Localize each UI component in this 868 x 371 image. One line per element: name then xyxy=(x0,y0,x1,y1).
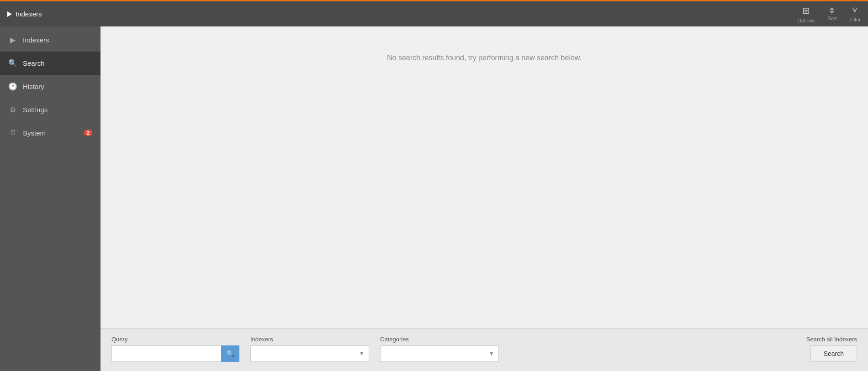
sort-arrows-icon xyxy=(830,7,834,14)
filter-button[interactable]: ⛛ Filter xyxy=(850,5,861,22)
results-area: No search results found, try performing … xyxy=(101,26,868,328)
main-content: No search results found, try performing … xyxy=(101,26,868,371)
indexers-label: Indexers xyxy=(250,336,369,343)
sidebar-item-search-label: Search xyxy=(23,59,45,67)
indexers-select[interactable] xyxy=(250,345,369,362)
top-bar-left: Indexers xyxy=(7,10,42,18)
sidebar-item-search[interactable]: 🔍 Search xyxy=(0,52,101,75)
sort-button[interactable]: Sort xyxy=(827,7,836,21)
sidebar: ▶ Indexers 🔍 Search 🕐 History ⚙ Settings… xyxy=(0,26,101,371)
sort-label: Sort xyxy=(827,16,836,21)
options-label: Options xyxy=(797,18,815,23)
indexers-field-group: Indexers ▼ xyxy=(250,336,369,362)
sidebar-item-settings[interactable]: ⚙ Settings xyxy=(0,98,101,121)
system-icon: 🖥 xyxy=(8,129,17,137)
indexers-select-wrap: ▼ xyxy=(250,345,369,362)
query-label: Query xyxy=(111,336,239,343)
sidebar-item-system-label: System xyxy=(23,129,46,137)
top-bar-right: ⊞ Options Sort ⛛ Filter xyxy=(797,5,861,23)
query-field-group: Query 🔍 xyxy=(111,336,239,362)
search-bar-fields: Query 🔍 Indexers ▼ xyxy=(111,336,857,362)
sidebar-item-settings-label: Settings xyxy=(23,106,48,114)
search-nav-icon: 🔍 xyxy=(8,59,17,68)
options-grid-icon: ⊞ xyxy=(802,5,810,16)
categories-select[interactable] xyxy=(380,345,499,362)
query-input-wrap: 🔍 xyxy=(111,345,239,362)
search-all-indexers-link[interactable]: Search all Indexers xyxy=(806,336,857,343)
indexers-icon: ▶ xyxy=(8,36,17,44)
query-input[interactable] xyxy=(111,345,221,362)
history-icon: 🕐 xyxy=(8,82,17,91)
top-bar: Indexers ⊞ Options Sort ⛛ Filter xyxy=(0,0,868,26)
search-bar: Query 🔍 Indexers ▼ xyxy=(101,328,868,371)
sidebar-item-indexers[interactable]: ▶ Indexers xyxy=(0,28,101,52)
indexers-play-icon xyxy=(7,11,12,17)
search-glass-icon: 🔍 xyxy=(226,350,235,358)
sidebar-item-history[interactable]: 🕐 History xyxy=(0,75,101,98)
no-results-message: No search results found, try performing … xyxy=(387,54,582,62)
categories-field-group: Categories ▼ xyxy=(380,336,499,362)
top-bar-title: Indexers xyxy=(16,10,42,18)
sidebar-item-history-label: History xyxy=(23,83,44,90)
options-button[interactable]: ⊞ Options xyxy=(797,5,815,23)
filter-icon: ⛛ xyxy=(851,5,859,15)
system-badge: 2 xyxy=(84,130,92,136)
settings-icon: ⚙ xyxy=(8,105,17,114)
categories-select-wrap: ▼ xyxy=(380,345,499,362)
search-button[interactable]: Search xyxy=(810,345,857,362)
app-body: ▶ Indexers 🔍 Search 🕐 History ⚙ Settings… xyxy=(0,26,868,371)
search-bar-right: Search all Indexers Search xyxy=(806,336,857,362)
filter-label: Filter xyxy=(850,17,861,22)
sidebar-item-indexers-label: Indexers xyxy=(23,36,49,44)
categories-label: Categories xyxy=(380,336,499,343)
sidebar-item-system[interactable]: 🖥 System 2 xyxy=(0,121,101,144)
query-search-button[interactable]: 🔍 xyxy=(221,345,239,362)
